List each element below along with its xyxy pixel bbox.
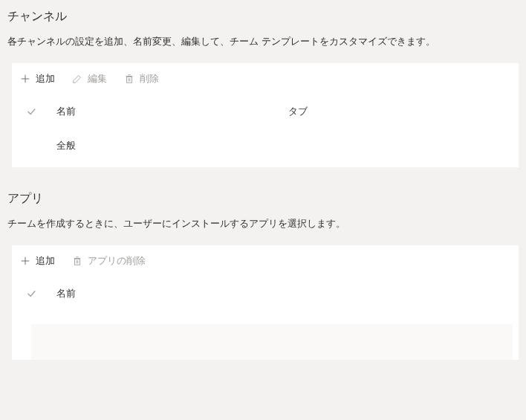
add-label: 追加 [36,72,55,85]
channels-description: 各チャンネルの設定を追加、名前変更、編集して、チーム テンプレートをカスタマイズ… [7,35,519,63]
edit-label: 編集 [88,72,107,85]
delete-label: 削除 [140,72,159,85]
plus-icon [19,73,31,85]
channels-title: チャンネル [7,7,519,35]
apps-table-header: 名前 [12,277,519,311]
column-header-tab[interactable]: タブ [288,105,511,118]
channels-panel: 追加 編集 削除 名前 タブ [12,63,519,167]
trash-icon [123,73,135,85]
trash-icon [71,255,83,267]
delete-label: アプリの削除 [88,254,146,268]
column-header-name[interactable]: 名前 [56,105,288,118]
svg-rect-9 [75,259,80,265]
apps-empty-area [31,324,513,360]
apps-panel: 追加 アプリの削除 名前 [12,245,519,360]
add-label: 追加 [36,254,55,268]
row-name: 全般 [56,139,288,152]
channels-delete-button[interactable]: 削除 [123,72,159,85]
plus-icon [19,255,31,267]
svg-rect-2 [127,77,132,83]
apps-description: チームを作成するときに、ユーザーにインストールするアプリを選択します。 [7,217,519,245]
check-icon [25,288,37,300]
column-header-name[interactable]: 名前 [56,287,511,300]
apps-delete-button[interactable]: アプリの削除 [71,254,146,268]
channels-toolbar: 追加 編集 削除 [12,63,519,94]
apps-section: アプリ チームを作成するときに、ユーザーにインストールするアプリを選択します。 … [0,182,526,375]
check-icon [25,106,37,117]
channels-table-header: 名前 タブ [12,94,519,129]
channels-edit-button[interactable]: 編集 [71,72,107,85]
select-all-checkbox[interactable] [19,288,56,300]
edit-icon [71,73,83,85]
table-row[interactable]: 全般 [12,129,519,167]
apps-toolbar: 追加 アプリの削除 [12,245,519,277]
select-all-checkbox[interactable] [19,106,56,117]
apps-add-button[interactable]: 追加 [19,254,55,268]
channels-add-button[interactable]: 追加 [19,72,55,85]
channels-section: チャンネル 各チャンネルの設定を追加、名前変更、編集して、チーム テンプレートを… [0,0,526,182]
apps-title: アプリ [7,190,519,217]
